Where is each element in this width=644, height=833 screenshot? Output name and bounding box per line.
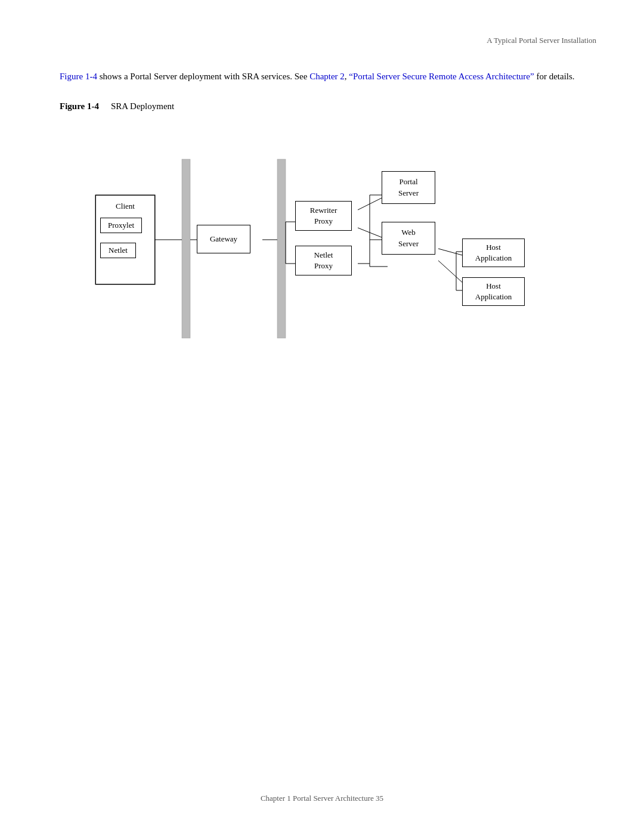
portal-server-box: Portal Server [382,171,435,204]
page-header: A Typical Portal Server Installation [0,0,644,57]
svg-rect-1 [182,159,190,338]
header-text: A Typical Portal Server Installation [487,36,596,45]
netlet-box: Netlet [100,243,136,258]
main-content: Figure 1-4 shows a Portal Server deploym… [0,57,644,392]
footer-text: Chapter 1 Portal Server Architecture 35 [261,794,383,803]
gateway-box: Gateway [197,225,250,253]
client-label: Client [98,200,152,213]
rewriter-proxy-box: Rewriter Proxy [295,201,352,231]
chapter-sub-link[interactable]: “Portal Server Secure Remote Access Arch… [349,72,534,81]
chapter-link[interactable]: Chapter 2 [309,72,345,81]
intro-text-2: shows a Portal Server deployment with SR… [97,72,309,81]
page-footer: Chapter 1 Portal Server Architecture 35 [0,794,644,803]
svg-rect-2 [277,159,286,338]
diagram-wrapper: Client Proxylet Netlet Gateway Rewriter … [89,123,555,356]
host-application-2-box: Host Application [462,277,525,306]
web-server-box: Web Server [382,222,435,255]
proxylet-box: Proxylet [100,218,142,233]
figure-link[interactable]: Figure 1-4 [60,72,97,81]
figure-caption: SRA Deployment [111,101,174,112]
figure-id: Figure 1-4 [60,101,99,112]
netlet-proxy-box: Netlet Proxy [295,246,352,275]
figure-label: Figure 1-4 SRA Deployment [60,101,584,112]
intro-paragraph: Figure 1-4 shows a Portal Server deploym… [60,69,584,83]
host-application-1-box: Host Application [462,239,525,267]
intro-end: for details. [534,72,575,81]
